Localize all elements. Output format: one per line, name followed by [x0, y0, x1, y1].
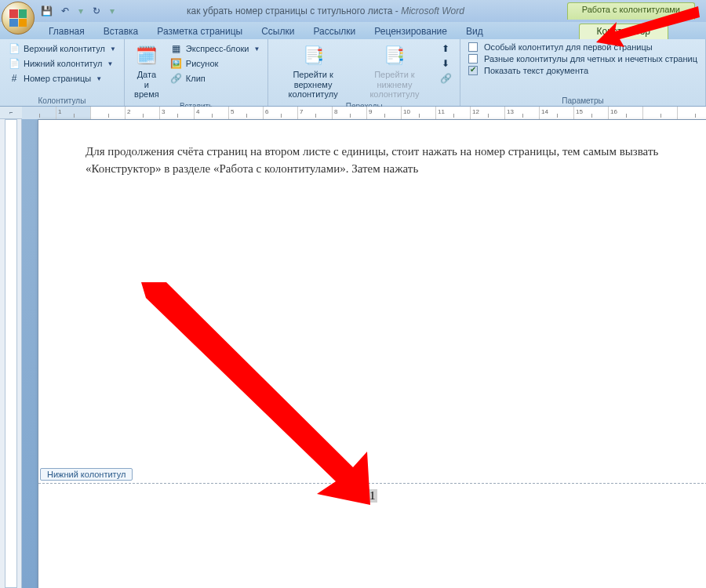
chevron-down-icon: ▼	[253, 45, 260, 53]
title-bar: 💾 ↶ ▾ ↻ ▾ как убрать номер страницы с ти…	[0, 0, 706, 22]
goto-footer-icon: 📑	[382, 43, 407, 68]
page[interactable]: Для продолжения счёта страниц на втором …	[38, 119, 706, 588]
group-insert: 🗓️ Дата и время ▦ Экспресс-блоки ▼ 🖼️ Ри…	[125, 39, 269, 106]
ruler-cm	[195, 107, 229, 119]
clip-button[interactable]: 🔗 Клип	[167, 71, 264, 85]
horizontal-ruler-row	[22, 107, 706, 119]
ribbon-tabstrip: Главная Вставка Разметка страницы Ссылки…	[0, 22, 706, 39]
group-navigation: 📑 Перейти к верхнему колонтитулу 📑 Перей…	[268, 39, 460, 106]
date-time-label2: время	[134, 89, 159, 100]
different-odd-even-label: Разные колонтитулы для четных и нечетных…	[484, 54, 697, 64]
date-time-label1: Дата и	[134, 70, 159, 89]
ruler-cm	[678, 107, 706, 119]
ruler-cm	[402, 107, 436, 119]
header-icon: 📄	[8, 42, 20, 55]
picture-label: Рисунок	[186, 59, 219, 68]
calendar-icon: 🗓️	[134, 43, 159, 68]
ruler-cm	[609, 107, 643, 119]
goto-footer-label1: Перейти к нижнему	[361, 70, 428, 89]
app-window: 💾 ↶ ▾ ↻ ▾ как убрать номер страницы с ти…	[0, 0, 706, 588]
tab-review[interactable]: Рецензирование	[365, 24, 457, 39]
header-button[interactable]: 📄 Верхний колонтитул ▼	[5, 42, 119, 56]
goto-header-button[interactable]: 📑 Перейти к верхнему колонтитулу	[273, 42, 352, 101]
group-options: Особый колонтитул для первой страницы Ра…	[460, 39, 706, 106]
ruler-cm	[367, 107, 402, 119]
picture-icon: 🖼️	[170, 57, 183, 70]
ruler-cm	[298, 107, 333, 119]
page-number-button[interactable]: # Номер страницы ▼	[5, 71, 119, 85]
window-title: как убрать номер страницы с титульного л…	[187, 5, 464, 16]
picture-button[interactable]: 🖼️ Рисунок	[167, 56, 264, 71]
app-name: Microsoft Word	[401, 5, 464, 16]
show-doc-text-label: Показать текст документа	[484, 66, 588, 75]
qat-separator: ▾	[78, 5, 83, 16]
group-headers-footers: 📄 Верхний колонтитул ▼ 📄 Нижний колонтит…	[0, 39, 125, 106]
date-time-button[interactable]: 🗓️ Дата и время	[129, 42, 164, 101]
nav-aux-1[interactable]: ⬆	[436, 42, 455, 56]
quick-parts-button[interactable]: ▦ Экспресс-блоки ▼	[167, 42, 264, 56]
tab-design[interactable]: Конструктор	[579, 24, 668, 39]
nav-aux-3[interactable]: 🔗	[436, 71, 455, 85]
ruler-margin-left	[22, 107, 56, 119]
ruler-cm	[229, 107, 264, 119]
goto-footer-button: 📑 Перейти к нижнему колонтитулу	[356, 42, 433, 101]
group-label: Параметры	[465, 96, 701, 105]
redo-icon[interactable]: ↻	[89, 4, 104, 18]
ruler-cm	[471, 107, 505, 119]
document-body-text[interactable]: Для продолжения счёта страниц на втором …	[86, 143, 704, 178]
ruler-cm	[643, 107, 678, 119]
tab-view[interactable]: Вид	[457, 24, 493, 39]
footer-button[interactable]: 📄 Нижний колонтитул ▼	[5, 56, 119, 71]
vertical-ruler-column: ⌐	[0, 107, 22, 588]
footer-label: Нижний колонтитул	[24, 59, 102, 68]
page-number-field[interactable]: 1	[368, 489, 377, 503]
ruler-cm	[505, 107, 540, 119]
group-label: Колонтитулы	[5, 96, 119, 105]
footer-region[interactable]: Нижний колонтитул 1	[38, 483, 706, 484]
footer-tab-label: Нижний колонтитул	[40, 468, 133, 481]
chevron-down-icon: ▼	[107, 60, 113, 67]
ruler-cm	[56, 107, 91, 119]
link-icon: 🔗	[439, 72, 452, 85]
different-odd-even-checkbox[interactable]: Разные колонтитулы для четных и нечетных…	[465, 53, 701, 64]
clip-label: Клип	[186, 74, 206, 83]
footer-separator: Нижний колонтитул	[38, 483, 706, 484]
document-title: как убрать номер страницы с титульного л…	[187, 5, 393, 16]
checkbox-icon	[468, 42, 478, 52]
contextual-tab-group: Работа с колонтитулами	[567, 2, 695, 20]
tab-references[interactable]: Ссылки	[252, 24, 304, 39]
ruler-corner[interactable]: ⌐	[0, 107, 22, 119]
ribbon: 📄 Верхний колонтитул ▼ 📄 Нижний колонтит…	[0, 39, 706, 107]
chevron-down-icon: ▼	[110, 45, 116, 53]
header-label: Верхний колонтитул	[24, 44, 105, 53]
prev-icon: ⬆	[439, 42, 452, 55]
nav-aux-2[interactable]: ⬇	[436, 56, 455, 71]
ruler-cm	[540, 107, 574, 119]
qat-customize-icon[interactable]: ▾	[110, 5, 115, 16]
vertical-ruler[interactable]	[5, 119, 17, 588]
page-number-icon: #	[8, 72, 20, 85]
document-area: Для продолжения счёта страниц на втором …	[22, 107, 706, 588]
save-icon[interactable]: 💾	[39, 4, 53, 18]
ruler-cm	[333, 107, 367, 119]
page-number-label: Номер страницы	[24, 74, 91, 83]
office-logo-icon	[9, 9, 27, 27]
ruler-cm	[91, 107, 126, 119]
tab-home[interactable]: Главная	[39, 24, 94, 39]
quick-access-toolbar: 💾 ↶ ▾ ↻ ▾	[39, 4, 116, 18]
tab-mailings[interactable]: Рассылки	[304, 24, 365, 39]
goto-header-icon: 📑	[300, 43, 326, 68]
ruler-cm	[436, 107, 471, 119]
office-button[interactable]	[2, 2, 35, 34]
undo-icon[interactable]: ↶	[58, 4, 72, 18]
next-icon: ⬇	[439, 57, 452, 70]
goto-header-label1: Перейти к верхнему	[278, 70, 348, 89]
show-doc-text-checkbox[interactable]: ✔ Показать текст документа	[465, 65, 701, 76]
tab-insert[interactable]: Вставка	[94, 24, 148, 39]
tab-page-layout[interactable]: Разметка страницы	[147, 24, 252, 39]
ruler-cm	[574, 107, 609, 119]
horizontal-ruler[interactable]	[22, 107, 706, 119]
checkbox-icon	[468, 54, 478, 64]
contextual-tab-holder: Работа с колонтитулами	[567, 2, 706, 20]
different-first-page-checkbox[interactable]: Особый колонтитул для первой страницы	[465, 42, 701, 53]
